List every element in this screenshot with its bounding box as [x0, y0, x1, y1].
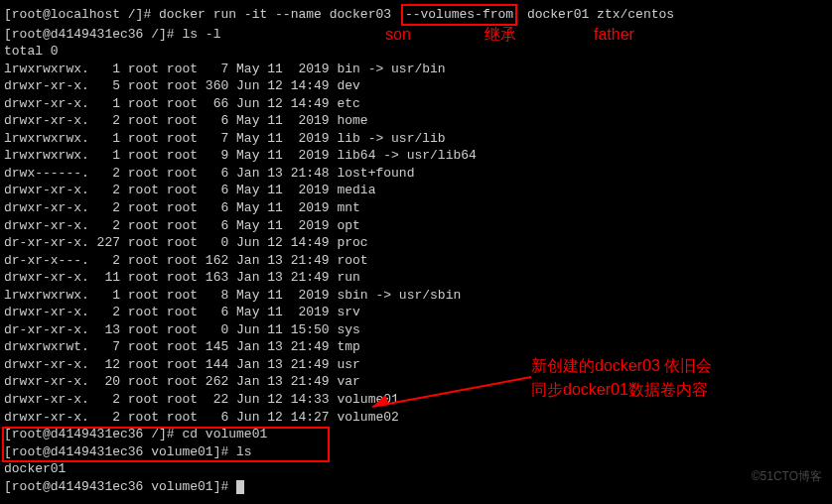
- listing-row: lrwxrwxrwx. 1 root root 7 May 11 2019 bi…: [4, 61, 828, 78]
- listing-row: drwxr-xr-x. 2 root root 6 May 11 2019 mn…: [4, 199, 828, 217]
- cmd-text: docker run -it --name docker03: [159, 7, 399, 22]
- listing-row: drwx------. 2 root root 6 Jan 13 21:48 l…: [4, 165, 828, 183]
- listing-row: drwxr-xr-x. 2 root root 6 Jun 12 14:27 v…: [4, 409, 828, 427]
- volumes-from-highlight: --volumes-from: [401, 4, 517, 26]
- prompt: [root@d4149431ec36 /]#: [4, 27, 182, 42]
- listing-row: drwxrwxrwt. 7 root root 145 Jan 13 21:49…: [4, 338, 828, 356]
- watermark-text: ©51CTO博客: [752, 468, 822, 484]
- listing-row: lrwxrwxrwx. 1 root root 7 May 11 2019 li…: [4, 130, 828, 148]
- command-line-ls: [root@d4149431ec36 volume01]# ls: [4, 443, 828, 461]
- listing-row: drwxr-xr-x. 2 root root 6 May 11 2019 sr…: [4, 304, 828, 321]
- prompt: [root@d4149431ec36 /]#: [4, 427, 182, 441]
- annotation-comment1: 新创建的docker03 依旧会: [531, 355, 712, 377]
- terminal-output: [root@localhost /]# docker run -it --nam…: [4, 4, 828, 495]
- annotation-comment2: 同步docker01数据卷内容: [531, 379, 708, 401]
- command-line-cd: [root@d4149431ec36 /]# cd volume01: [4, 426, 828, 443]
- listing-row: lrwxrwxrwx. 1 root root 9 May 11 2019 li…: [4, 147, 828, 165]
- listing-row: drwxr-xr-x. 1 root root 66 Jun 12 14:49 …: [4, 95, 828, 113]
- cmd-text: ls: [236, 444, 252, 459]
- annotation-son: son: [385, 24, 411, 46]
- command-line-2: [root@d4149431ec36 /]# ls -l: [4, 26, 828, 44]
- listing-row: lrwxrwxrwx. 1 root root 8 May 11 2019 sb…: [4, 287, 828, 305]
- listing-row: dr-xr-xr-x. 227 root root 0 Jun 12 14:49…: [4, 234, 828, 252]
- prompt: [root@d4149431ec36 volume01]#: [4, 479, 236, 494]
- cursor-icon: [236, 480, 244, 494]
- cmd-text: ls -l: [182, 27, 220, 42]
- cmd-text: docker01 ztx/centos: [519, 7, 674, 22]
- command-line-final: [root@d4149431ec36 volume01]#: [4, 478, 828, 496]
- listing-row: dr-xr-xr-x. 13 root root 0 Jun 11 15:50 …: [4, 321, 828, 339]
- ls-output: docker01: [4, 460, 828, 478]
- listing-row: drwxr-xr-x. 11 root root 163 Jan 13 21:4…: [4, 269, 828, 287]
- command-line-1: [root@localhost /]# docker run -it --nam…: [4, 4, 828, 26]
- prompt: [root@d4149431ec36 volume01]#: [4, 444, 236, 459]
- prompt: [root@localhost /]#: [4, 7, 159, 22]
- cmd-text: cd volume01: [182, 427, 267, 441]
- listing-row: drwxr-xr-x. 2 root root 6 May 11 2019 ho…: [4, 112, 828, 130]
- annotation-father: father: [594, 24, 634, 46]
- annotation-inherit: 继承: [485, 24, 516, 46]
- listing-row: drwxr-xr-x. 5 root root 360 Jun 12 14:49…: [4, 77, 828, 95]
- listing-row: drwxr-xr-x. 2 root root 6 May 11 2019 op…: [4, 217, 828, 235]
- listing-row: dr-xr-x---. 2 root root 162 Jan 13 21:49…: [4, 252, 828, 270]
- listing-row: drwxr-xr-x. 2 root root 6 May 11 2019 me…: [4, 182, 828, 199]
- total-line: total 0: [4, 43, 828, 61]
